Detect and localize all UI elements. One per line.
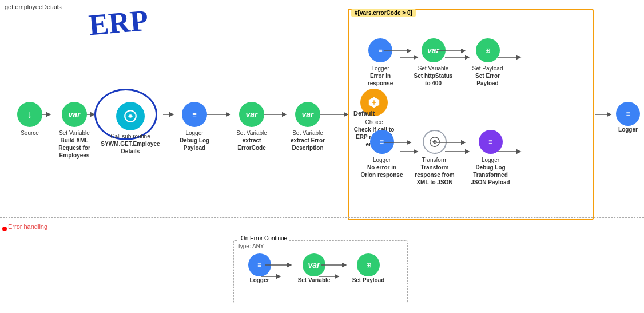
set-variable-2-node[interactable]: var Set Variable extract ErrorCode (229, 102, 275, 152)
set-variable-1-icon: var (62, 102, 87, 127)
logger-1-sublabel: Debug Log Payload (172, 137, 217, 152)
set-var-err-icon: var (422, 38, 446, 62)
set-payload-err-icon: ⊞ (476, 38, 500, 62)
logger-err-type: Logger (371, 65, 389, 72)
error-set-payload-label: Set Payload (352, 276, 385, 284)
logger-err-icon: ≡ (368, 38, 392, 62)
final-logger-label: Logger (618, 126, 638, 133)
logger-no-err-node[interactable]: ≡ Logger No error in Orion response (360, 130, 403, 179)
logger-no-err-icon: ≡ (370, 130, 394, 154)
red-dot (2, 227, 7, 231)
call-subroutine-sublabel: SYWM.GET.Employee Details (101, 140, 160, 155)
set-variable-1-sublabel: Build XML Request for Employees (51, 137, 97, 159)
on-error-label: On Error Continue (238, 235, 289, 241)
error-set-payload-node[interactable]: ⊞ Set Payload (348, 253, 388, 284)
source-node: ↓ Source (7, 102, 53, 137)
section-divider (0, 217, 644, 218)
set-variable-3-node[interactable]: var Set Variable extract Error Descripti… (285, 102, 331, 152)
on-error-type: type: ANY (238, 243, 264, 249)
logger-debug-node[interactable]: ≡ Logger Debug Log Transformed JSON Payl… (466, 130, 515, 186)
choice-container: #[vars.errorCode > 0] Default ≡ Logger E… (348, 9, 594, 220)
set-var-err-type: Set Variable (418, 65, 449, 72)
set-var-err-node[interactable]: var Set Variable Set httpStatus to 400 (412, 38, 455, 87)
set-var-err-sublabel: Set httpStatus to 400 (412, 72, 455, 87)
transform-type: Transform (422, 156, 447, 164)
set-variable-2-sublabel: extract ErrorCode (229, 137, 275, 152)
set-variable-1-node[interactable]: var Set Variable Build XML Request for E… (51, 102, 97, 159)
source-icon: ↓ (17, 102, 42, 127)
error-logger-icon: ≡ (248, 253, 271, 276)
logger-1-type: Logger (185, 129, 203, 137)
final-logger-node[interactable]: ≡ Logger (611, 102, 644, 133)
set-payload-err-type: Set Payload (472, 65, 503, 72)
set-payload-err-sublabel: Set Error Payload (466, 72, 509, 87)
svg-point-16 (129, 115, 132, 117)
error-set-variable-icon: var (303, 253, 325, 276)
set-variable-1-type: Set Variable (59, 129, 90, 137)
transform-icon (423, 130, 447, 154)
logger-err-node[interactable]: ≡ Logger Error in response (360, 38, 400, 87)
call-subroutine-icon (116, 102, 145, 130)
set-variable-2-type: Set Variable (236, 129, 267, 137)
logger-no-err-type: Logger (373, 156, 391, 164)
error-handling-label: Error handling (8, 223, 47, 230)
error-logger-node[interactable]: ≡ Logger (241, 253, 278, 284)
set-variable-3-type: Set Variable (292, 129, 323, 137)
logger-debug-icon: ≡ (479, 130, 503, 154)
main-canvas: get:employeeDetails ERP ↓ Source var Set… (0, 0, 644, 313)
flow-title: get:employeeDetails (5, 3, 62, 10)
on-error-box: On Error Continue type: ANY ≡ Logger var… (233, 240, 408, 303)
set-variable-3-sublabel: extract Error Description (285, 137, 331, 152)
logger-debug-type: Logger (482, 156, 499, 164)
set-variable-3-icon: var (295, 102, 320, 127)
error-set-variable-node[interactable]: var Set Variable (294, 253, 334, 284)
logger-err-sublabel: Error in response (360, 72, 400, 87)
set-variable-2-icon: var (239, 102, 264, 127)
source-label: Source (21, 129, 39, 137)
logger-no-err-sublabel: No error in Orion response (360, 164, 403, 179)
call-subroutine-type: Call sub routine (110, 133, 150, 140)
error-set-variable-label: Set Variable (298, 276, 331, 284)
logger-1-icon: ≡ (182, 102, 207, 127)
call-subroutine-node[interactable]: Call sub routine SYWM.GET.Employee Detai… (102, 102, 159, 155)
error-set-payload-icon: ⊞ (357, 253, 380, 276)
final-logger-icon: ≡ (616, 102, 640, 126)
transform-sublabel: Transform response from XML to JSON (412, 164, 458, 186)
erp-annotation: ERP (88, 3, 150, 42)
set-payload-err-node[interactable]: ⊞ Set Payload Set Error Payload (466, 38, 509, 87)
logger-debug-sublabel: Debug Log Transformed JSON Payload (466, 164, 515, 186)
error-logger-label: Logger (250, 276, 269, 284)
transform-node[interactable]: Transform Transform response from XML to… (412, 130, 458, 186)
default-label: Default (353, 110, 375, 117)
logger-1-node[interactable]: ≡ Logger Debug Log Payload (172, 102, 217, 152)
